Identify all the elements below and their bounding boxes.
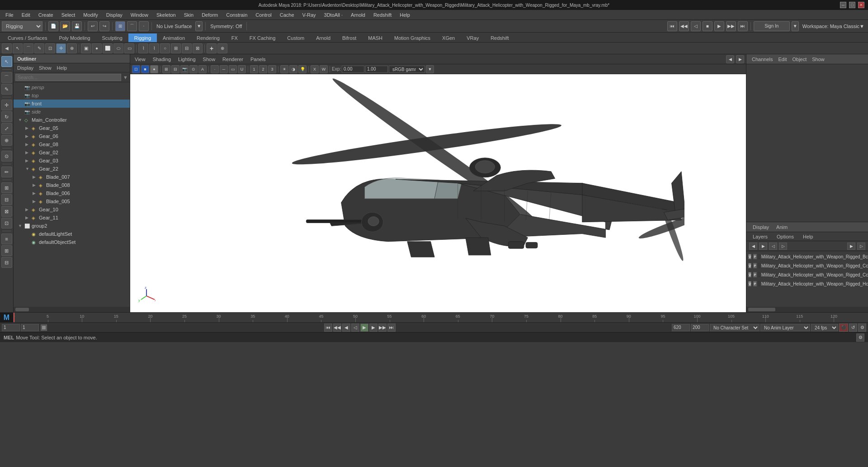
list-item[interactable]: V P Military_Attack_Helicopter_with_Weap… — [746, 252, 868, 261]
tab-poly-modeling[interactable]: Poly Modeling — [53, 33, 96, 42]
shelf-ik-btn[interactable]: ⌇ — [138, 43, 148, 53]
tab-rendering[interactable]: Rendering — [191, 33, 226, 42]
tab-vray[interactable]: VRay — [461, 33, 485, 42]
list-item[interactable]: 📷 top — [14, 91, 130, 100]
shelf-mirror-btn[interactable]: ⊠ — [193, 43, 203, 53]
layer-next-btn[interactable]: ▷ — [779, 243, 787, 250]
gamma-options-btn[interactable]: ▼ — [426, 65, 434, 73]
vp-uv-btn[interactable]: U — [238, 65, 246, 73]
right-horizontal-scroll[interactable] — [746, 307, 868, 312]
tab-anim[interactable]: Anim — [774, 224, 790, 231]
menu-file[interactable]: File — [2, 11, 17, 19]
outliner-horizontal-scroll[interactable] — [14, 307, 130, 312]
pb-prev-key-btn[interactable]: ◀ — [342, 324, 350, 332]
left-move-tool[interactable]: ✛ — [1, 100, 12, 110]
layer-type-4[interactable]: P — [753, 281, 756, 286]
list-item[interactable]: 📷 side — [14, 108, 130, 116]
anim-layer-select[interactable]: No Anim Layer — [760, 324, 810, 331]
vp-ao-btn[interactable]: ◑ — [289, 65, 297, 73]
list-item[interactable]: ▶ ◈ Gear_03 — [14, 157, 130, 165]
save-btn[interactable]: 💾 — [72, 21, 82, 31]
menu-display[interactable]: Display — [103, 11, 126, 19]
tb-go-start[interactable]: ⏮ — [667, 21, 677, 31]
vp-layout-btn[interactable]: ⊞ — [162, 65, 170, 73]
workspace-dropdown[interactable]: ▼ — [792, 21, 799, 31]
tab-arnold[interactable]: Arnold — [310, 33, 336, 42]
shelf-cube[interactable]: ⬜ — [103, 43, 113, 53]
menu-skin[interactable]: Skin — [180, 11, 197, 19]
menu-deform[interactable]: Deform — [198, 11, 222, 19]
outliner-search-arrow[interactable]: ▼ — [123, 75, 128, 80]
tb-prev[interactable]: ◀◀ — [679, 21, 689, 31]
layer-right-btn2[interactable]: ▷ — [857, 243, 865, 250]
snap-grid-btn[interactable]: ⊞ — [115, 21, 125, 31]
menu-select[interactable]: Select — [58, 11, 79, 19]
left-soft-select[interactable]: ⊙ — [1, 151, 12, 162]
vp-wireframe-btn[interactable]: ⊡ — [132, 65, 140, 73]
anim-layer-checkbox[interactable] — [41, 324, 47, 331]
vp-face-btn[interactable]: ▭ — [229, 65, 237, 73]
layer-vis-2[interactable]: V — [748, 263, 751, 268]
layers-menu-options[interactable]: Options — [774, 233, 797, 240]
status-anim-icon[interactable]: ⚙ — [856, 334, 864, 342]
end-frame-input[interactable] — [672, 324, 690, 331]
vp-collapse-right[interactable]: ▶ — [736, 55, 744, 63]
shelf-fk-btn[interactable]: ⌇ — [149, 43, 159, 53]
vp-wiresel-btn[interactable]: W — [320, 65, 328, 73]
left-rigging-1[interactable]: ⊞ — [1, 182, 12, 193]
vp-collapse-left[interactable]: ◀ — [726, 55, 734, 63]
vp-menu-show[interactable]: Show — [200, 56, 218, 63]
character-set-select[interactable]: No Character Set — [710, 324, 760, 331]
shelf-plus-btn[interactable]: + — [207, 43, 217, 53]
shelf-paint-tool[interactable]: ✎ — [34, 43, 44, 53]
list-item[interactable]: ▶ ◈ Blade_006 — [14, 189, 130, 197]
shelf-component-mode[interactable]: ▣ — [81, 43, 91, 53]
menu-cache[interactable]: Cache — [276, 11, 298, 19]
left-rigging-2[interactable]: ⊟ — [1, 194, 12, 205]
mode-selector[interactable]: Rigging Animation Poly Modeling Sculptin… — [2, 21, 42, 31]
pb-go-end-btn[interactable]: ⏭ — [387, 324, 396, 332]
gamma-select[interactable]: sRGB gamma — [389, 66, 425, 73]
shelf-cyl[interactable]: ⬭ — [113, 43, 123, 53]
layer-vis-4[interactable]: V — [748, 281, 751, 286]
list-item[interactable]: 📷 front — [14, 100, 130, 108]
list-item[interactable]: ▶ ◈ Blade_005 — [14, 197, 130, 205]
tb-next[interactable]: ▶▶ — [726, 21, 736, 31]
vp-res-hi[interactable]: 3 — [268, 65, 276, 73]
pb-next-key-btn[interactable]: ▶ — [369, 324, 377, 332]
vp-menu-view[interactable]: View — [132, 56, 148, 63]
live-surface-dropdown[interactable]: ▼ — [195, 21, 203, 31]
shelf-weight-btn[interactable]: ⊟ — [182, 43, 192, 53]
left-sculpt[interactable]: ✏ — [1, 167, 12, 177]
tab-animation[interactable]: Animation — [157, 33, 191, 42]
pb-step-fwd-btn[interactable]: ▶▶ — [378, 324, 387, 332]
tab-channels[interactable]: Channels — [750, 56, 774, 63]
undo-btn[interactable]: ↩ — [88, 21, 98, 31]
vp-flat-btn[interactable]: ■ — [141, 65, 149, 73]
left-lasso-tool[interactable]: ⌒ — [1, 72, 12, 83]
menu-vray[interactable]: V-Ray — [299, 11, 320, 19]
list-item[interactable]: ▶ ◈ Blade_008 — [14, 181, 130, 189]
layer-vis-3[interactable]: V — [748, 272, 751, 277]
menu-window[interactable]: Window — [127, 11, 152, 19]
list-item[interactable]: V P Military_Attack_Helicopter_with_Weap… — [746, 261, 868, 270]
vp-menu-renderer[interactable]: Renderer — [220, 56, 246, 63]
tab-rigging[interactable]: Rigging — [128, 33, 157, 42]
menu-constrain[interactable]: Constrain — [222, 11, 251, 19]
pb-auto-key-btn[interactable]: ⚫ — [839, 324, 848, 332]
menu-3dtoall[interactable]: 3DtoAll · — [321, 11, 347, 19]
vp-cam-btn[interactable]: 📷 — [180, 65, 189, 73]
snap-curve-btn[interactable]: ⌒ — [127, 21, 137, 31]
tab-sculpting[interactable]: Sculpting — [96, 33, 128, 42]
tab-object[interactable]: Object — [790, 56, 808, 63]
list-item[interactable]: 📷 persp — [14, 83, 130, 91]
left-extra-2[interactable]: ⊞ — [1, 245, 12, 256]
tab-curves-surfaces[interactable]: Curves / Surfaces — [2, 33, 53, 42]
shelf-marquee-tool[interactable]: ⊡ — [45, 43, 55, 53]
tab-fx-caching[interactable]: FX Caching — [244, 33, 281, 42]
layer-prev-btn[interactable]: ◁ — [769, 243, 777, 250]
menu-skeleton[interactable]: Skeleton — [153, 11, 179, 19]
menu-control[interactable]: Control — [252, 11, 275, 19]
list-item[interactable]: ▶ ◈ Blade_007 — [14, 173, 130, 181]
tb-play-fwd[interactable]: ▶ — [714, 21, 724, 31]
